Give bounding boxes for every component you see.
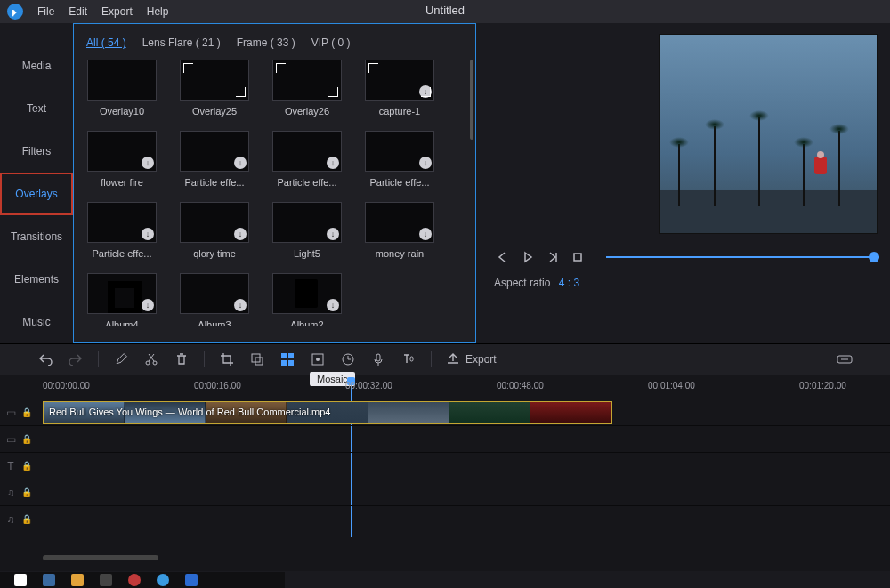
sidebar-item-elements[interactable]: Elements — [0, 258, 73, 301]
menu-file[interactable]: File — [37, 5, 54, 18]
thumbnail-label: qlory time — [180, 248, 249, 259]
ruler-tick: 00:00:32.00 — [345, 381, 392, 391]
thumbnail-item[interactable]: ↓Particle effe... — [86, 202, 158, 259]
sidebar-item-transitions[interactable]: Transitions — [0, 215, 73, 258]
download-icon[interactable]: ↓ — [327, 157, 339, 169]
aspect-ratio-row: Aspect ratio 4 : 3 — [494, 277, 879, 289]
lock-icon[interactable]: 🔒 — [21, 514, 36, 524]
download-icon[interactable]: ↓ — [234, 299, 247, 311]
sidebar-item-media[interactable]: Media — [0, 44, 73, 87]
audio-track-2[interactable]: ♫ 🔒 — [0, 505, 890, 532]
prev-frame-button[interactable] — [494, 248, 512, 266]
lock-icon[interactable]: 🔒 — [21, 487, 36, 497]
download-icon[interactable]: ↓ — [419, 85, 432, 98]
tab-all[interactable]: All ( 54 ) — [86, 36, 126, 49]
lock-icon[interactable]: 🔒 — [21, 461, 36, 471]
thumbnail-item[interactable]: ↓Album4 — [86, 273, 158, 326]
library-tabs: All ( 54 ) Lens Flare ( 21 ) Frame ( 33 … — [86, 36, 472, 49]
menubar: ⏵ File Edit Export Help Untitled — [0, 0, 890, 23]
thumbnail-label: Album3 — [180, 319, 249, 326]
text-track[interactable]: T 🔒 — [0, 452, 890, 479]
tab-frame[interactable]: Frame ( 33 ) — [237, 36, 295, 49]
download-icon[interactable]: ↓ — [327, 228, 339, 240]
fit-timeline-button[interactable] — [837, 351, 853, 367]
text-track-icon: T — [0, 460, 21, 472]
sidebar-item-music[interactable]: Music — [0, 301, 73, 343]
audio-track[interactable]: ♫ 🔒 — [0, 479, 890, 505]
sidebar-item-overlays[interactable]: Overlays — [0, 173, 73, 215]
library-scrollbar[interactable] — [470, 60, 473, 140]
preview-seekbar[interactable] — [606, 256, 879, 258]
menu-help[interactable]: Help — [147, 5, 169, 18]
download-icon[interactable]: ↓ — [234, 157, 247, 169]
text-to-speech-button[interactable] — [400, 351, 417, 367]
download-icon[interactable]: ↓ — [234, 228, 247, 240]
thumbnail-item[interactable]: ↓Particle effe... — [364, 131, 435, 188]
undo-button[interactable] — [37, 351, 53, 367]
sidebar-item-filters[interactable]: Filters — [0, 130, 73, 173]
split-button[interactable] — [143, 351, 159, 367]
overlay-track-icon: ▭ — [0, 433, 21, 446]
download-icon[interactable]: ↓ — [419, 228, 432, 240]
sidebar-item-text[interactable]: Text — [0, 87, 73, 130]
thumbnail-item[interactable]: ↓qlory time — [179, 202, 250, 259]
ruler-tick: 00:00:00.00 — [43, 381, 90, 391]
download-icon[interactable]: ↓ — [419, 157, 432, 169]
thumbnail-label: Album4 — [87, 319, 157, 326]
thumbnail-label: Overlay25 — [180, 106, 249, 117]
video-clip[interactable]: Red Bull Gives You Wings — World of Red … — [43, 401, 612, 424]
overlay-track[interactable]: ▭ 🔒 — [0, 425, 890, 452]
thumbnail-item[interactable]: Overlay10 — [86, 60, 158, 117]
video-track[interactable]: ▭ 🔒 Red Bull Gives You Wings — World of … — [0, 399, 890, 425]
thumbnail-item[interactable]: ↓Album2 — [271, 273, 343, 326]
edit-button[interactable] — [113, 351, 129, 367]
crop-button[interactable] — [219, 351, 235, 367]
thumbnail-item[interactable]: ↓money rain — [364, 202, 435, 259]
timeline-scrollbar[interactable] — [43, 555, 158, 560]
play-button[interactable] — [519, 248, 537, 266]
delete-button[interactable] — [174, 351, 190, 367]
thumbnail-preview — [87, 60, 157, 101]
timeline-ruler[interactable]: Mosaic 00:00:00.0000:00:16.0000:00:32.00… — [43, 375, 890, 399]
ruler-tick: 00:01:04.00 — [648, 381, 695, 391]
tab-lens-flare[interactable]: Lens Flare ( 21 ) — [142, 36, 221, 49]
duration-button[interactable] — [340, 351, 356, 367]
download-icon[interactable]: ↓ — [142, 228, 154, 240]
aspect-ratio-value[interactable]: 4 : 3 — [559, 277, 579, 289]
lock-icon[interactable]: 🔒 — [21, 434, 36, 444]
zoom-button[interactable] — [249, 351, 265, 367]
thumbnail-item[interactable]: ↓Particle effe... — [179, 131, 250, 188]
project-title: Untitled — [425, 4, 465, 17]
stop-button[interactable] — [569, 248, 587, 266]
download-icon[interactable]: ↓ — [327, 299, 339, 311]
preview-video[interactable] — [659, 34, 878, 234]
freeze-frame-button[interactable] — [310, 351, 326, 367]
timeline-toolbar: Export — [0, 343, 890, 375]
download-icon[interactable]: ↓ — [142, 299, 154, 311]
thumbnail-item[interactable]: ↓flower fire — [86, 131, 158, 188]
thumbnail-preview: ↓ — [87, 202, 157, 243]
tab-vip[interactable]: VIP ( 0 ) — [312, 36, 351, 49]
mosaic-button[interactable] — [279, 351, 295, 367]
redo-button[interactable] — [68, 351, 84, 367]
voiceover-button[interactable] — [370, 351, 386, 367]
lock-icon[interactable]: 🔒 — [21, 407, 36, 417]
thumbnail-item[interactable]: ↓Light5 — [271, 202, 343, 259]
os-taskbar — [0, 572, 285, 588]
thumbnail-item[interactable]: ↓capture-1 — [364, 60, 435, 117]
preview-controls — [494, 248, 879, 266]
thumbnail-item[interactable]: Overlay26 — [271, 60, 343, 117]
menu-edit[interactable]: Edit — [69, 5, 87, 18]
thumbnail-item[interactable]: Overlay25 — [179, 60, 250, 117]
download-icon[interactable]: ↓ — [142, 157, 154, 169]
thumbnail-preview: ↓ — [87, 273, 157, 314]
thumbnail-preview: ↓ — [272, 202, 342, 243]
menu-export[interactable]: Export — [101, 5, 133, 18]
next-frame-button[interactable] — [544, 248, 562, 266]
thumbnail-item[interactable]: ↓Album3 — [179, 273, 250, 326]
thumbnail-preview — [180, 60, 249, 101]
app-icon: ⏵ — [7, 4, 23, 20]
thumbnail-label: Light5 — [272, 248, 342, 259]
export-button[interactable]: Export — [446, 352, 497, 366]
thumbnail-item[interactable]: ↓Particle effe... — [271, 131, 343, 188]
